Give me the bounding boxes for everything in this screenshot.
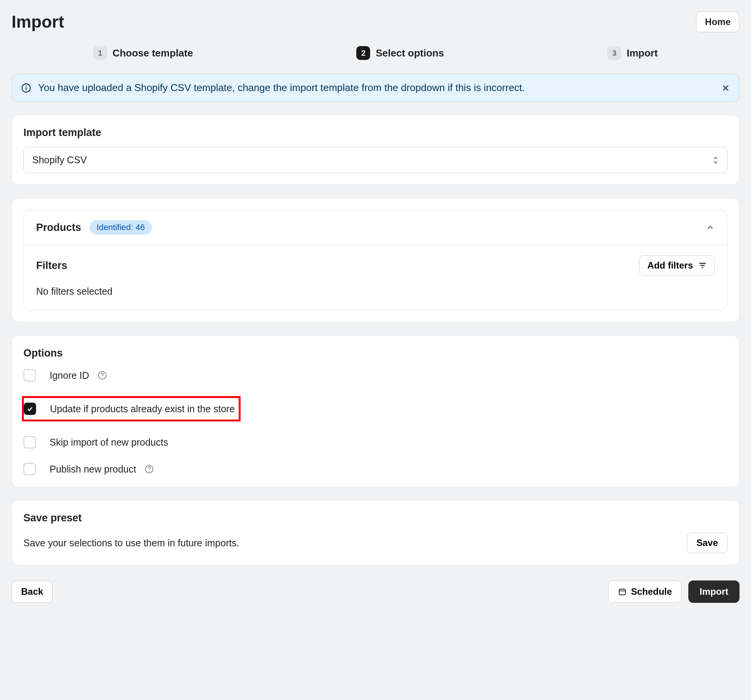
step-3[interactable]: 3 Import	[607, 46, 658, 60]
steps-nav: 1 Choose template 2 Select options 3 Imp…	[12, 46, 739, 60]
products-header: Products Identified: 46	[24, 210, 727, 245]
options-card: Options Ignore IDUpdate if products alre…	[12, 335, 739, 487]
info-icon	[21, 83, 31, 93]
save-preset-button[interactable]: Save	[687, 532, 728, 553]
option-checkbox[interactable]	[23, 436, 36, 448]
step-1[interactable]: 1 Choose template	[93, 46, 193, 60]
page-title: Import	[12, 12, 64, 32]
products-heading: Products	[36, 222, 81, 234]
svg-point-2	[26, 85, 27, 86]
option-checkbox[interactable]	[23, 369, 36, 382]
filters-heading: Filters	[36, 260, 67, 272]
preset-card: Save preset Save your selections to use …	[12, 500, 739, 565]
back-button[interactable]: Back	[12, 581, 53, 603]
step-2[interactable]: 2 Select options	[356, 46, 444, 60]
add-filters-button[interactable]: Add filters	[639, 255, 715, 276]
options-heading: Options	[23, 347, 728, 359]
step-1-num: 1	[93, 46, 107, 60]
home-button[interactable]: Home	[696, 12, 739, 32]
option-row: Ignore ID	[23, 369, 728, 382]
step-3-label: Import	[626, 47, 658, 59]
svg-point-11	[149, 471, 150, 472]
option-label: Publish new product	[50, 464, 136, 475]
step-2-label: Select options	[376, 47, 444, 59]
banner-text: You have uploaded a Shopify CSV template…	[38, 82, 714, 94]
calendar-icon	[618, 587, 626, 596]
no-filters-text: No filters selected	[36, 286, 715, 297]
option-checkbox[interactable]	[23, 463, 36, 475]
step-1-label: Choose template	[113, 47, 193, 59]
option-row: Publish new product	[23, 463, 728, 475]
import-template-card: Import template Shopify CSV	[12, 115, 739, 185]
preset-description: Save your selections to use them in futu…	[23, 537, 239, 549]
option-label: Ignore ID	[50, 370, 89, 381]
option-row: Update if products already exist in the …	[22, 396, 241, 421]
filter-icon	[698, 261, 707, 270]
svg-rect-12	[619, 589, 625, 595]
import-template-select[interactable]: Shopify CSV	[23, 147, 728, 173]
step-3-num: 3	[607, 46, 621, 60]
svg-point-9	[102, 377, 103, 378]
help-icon[interactable]	[145, 464, 154, 474]
info-banner: You have uploaded a Shopify CSV template…	[12, 74, 739, 102]
import-button[interactable]: Import	[688, 581, 739, 603]
close-icon[interactable]	[721, 84, 730, 92]
products-card: Products Identified: 46 Filters Add filt…	[12, 198, 739, 322]
help-icon[interactable]	[98, 371, 107, 380]
option-row: Skip import of new products	[23, 436, 728, 448]
option-checkbox[interactable]	[24, 403, 36, 415]
chevron-up-icon[interactable]	[706, 223, 715, 232]
option-label: Update if products already exist in the …	[50, 403, 235, 415]
option-label: Skip import of new products	[50, 437, 168, 448]
schedule-label: Schedule	[631, 586, 672, 597]
schedule-button[interactable]: Schedule	[608, 581, 682, 603]
preset-heading: Save preset	[23, 512, 728, 524]
identified-badge: Identified: 46	[90, 220, 152, 235]
add-filters-label: Add filters	[647, 260, 693, 271]
import-template-heading: Import template	[23, 127, 728, 139]
step-2-num: 2	[356, 46, 370, 60]
